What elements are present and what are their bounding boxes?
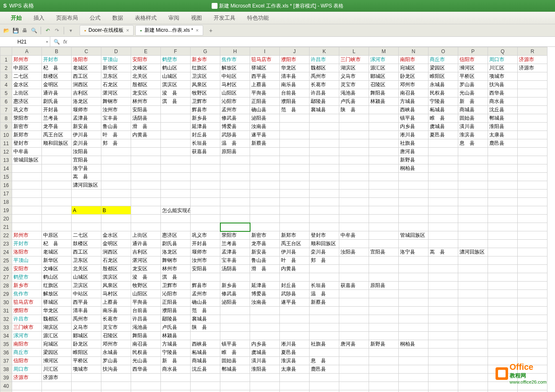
cell[interactable]: 永城县 bbox=[429, 81, 458, 89]
cell[interactable] bbox=[161, 390, 191, 392]
cell[interactable] bbox=[429, 374, 458, 382]
cell[interactable]: 通许县 bbox=[131, 240, 161, 248]
cell[interactable]: 修武县 bbox=[220, 114, 250, 123]
cell[interactable]: 遂平县 bbox=[280, 298, 310, 307]
cell[interactable]: 浉河区 bbox=[458, 64, 488, 72]
cell[interactable]: 林州市 bbox=[131, 97, 161, 106]
doc-tab[interactable]: ▪新建 Micro...作表.xls *× bbox=[135, 25, 203, 36]
cell[interactable] bbox=[191, 190, 220, 198]
cell[interactable] bbox=[399, 206, 429, 215]
cell[interactable] bbox=[488, 307, 518, 315]
cell[interactable] bbox=[310, 273, 339, 282]
cell[interactable] bbox=[399, 390, 429, 392]
row-header-40[interactable]: 40 bbox=[0, 382, 12, 390]
cell[interactable] bbox=[518, 89, 547, 97]
cell[interactable]: 鼓楼区 bbox=[42, 72, 72, 81]
cell[interactable]: 文峰区 bbox=[42, 265, 72, 273]
cell[interactable] bbox=[339, 298, 369, 307]
cell[interactable] bbox=[339, 181, 369, 190]
cell[interactable] bbox=[399, 215, 429, 223]
cell[interactable]: 襄城县 bbox=[310, 106, 339, 114]
cell[interactable] bbox=[369, 290, 399, 298]
cell[interactable] bbox=[518, 139, 547, 148]
cell[interactable]: 镇平县 bbox=[220, 340, 250, 348]
cell[interactable] bbox=[220, 215, 250, 223]
cell[interactable] bbox=[101, 198, 131, 206]
cell[interactable]: 平顶山 bbox=[12, 256, 42, 265]
cell[interactable]: 凤泉区 bbox=[101, 282, 131, 290]
doc-tab[interactable]: ▪Docer-在线模板× bbox=[80, 25, 134, 36]
cell[interactable] bbox=[161, 156, 191, 164]
cell[interactable]: 嵩 县 bbox=[429, 248, 458, 256]
cell[interactable]: 嵩 县 bbox=[72, 173, 101, 181]
cell[interactable] bbox=[220, 223, 250, 231]
cell[interactable] bbox=[191, 390, 220, 392]
cell[interactable] bbox=[369, 315, 399, 323]
row-header-31[interactable]: 31 bbox=[0, 307, 12, 315]
cell-B-marker[interactable]: B bbox=[101, 206, 131, 215]
cell[interactable]: 驻马店市 bbox=[12, 298, 42, 307]
cell[interactable] bbox=[250, 164, 280, 173]
question-cell[interactable]: 怎么能实现在B处输入任意一个地市，在A处自动显示出这个地市属于哪个市？ bbox=[161, 206, 191, 215]
close-icon[interactable]: × bbox=[196, 28, 199, 33]
cell[interactable]: 川汇区 bbox=[42, 365, 72, 374]
cell[interactable]: 孟州市 bbox=[220, 106, 250, 114]
cell[interactable]: 堰师市 bbox=[72, 106, 101, 114]
cell[interactable]: 平顶山 bbox=[101, 56, 131, 64]
cell[interactable]: 牧野区 bbox=[191, 89, 220, 97]
cell[interactable] bbox=[42, 382, 72, 390]
cell[interactable]: 卫东区 bbox=[101, 72, 131, 81]
cell[interactable] bbox=[369, 173, 399, 181]
cell[interactable]: 新乡市 bbox=[12, 282, 42, 290]
cell[interactable]: 宝丰县 bbox=[101, 114, 131, 123]
cell[interactable]: 唐河县 bbox=[339, 340, 369, 348]
cell[interactable]: 扶沟县 bbox=[101, 365, 131, 374]
cell[interactable] bbox=[310, 206, 339, 215]
cell[interactable]: 汤阴县 bbox=[131, 114, 161, 123]
cell[interactable] bbox=[518, 307, 547, 315]
cell[interactable]: 龙亭县 bbox=[250, 240, 280, 248]
cell[interactable] bbox=[280, 332, 310, 340]
cell[interactable] bbox=[488, 265, 518, 273]
cell[interactable] bbox=[488, 273, 518, 282]
cell[interactable] bbox=[518, 114, 547, 123]
cell[interactable] bbox=[429, 298, 458, 307]
cell[interactable]: 睢 县 bbox=[220, 348, 250, 357]
cell[interactable] bbox=[310, 323, 339, 332]
cell[interactable]: 宁陵县 bbox=[429, 97, 458, 106]
cell[interactable] bbox=[339, 198, 369, 206]
cell[interactable] bbox=[280, 307, 310, 315]
cell[interactable]: 南阳市 bbox=[12, 340, 42, 348]
cell[interactable] bbox=[429, 206, 458, 215]
cell[interactable]: 滑 县 bbox=[131, 123, 161, 131]
cell[interactable] bbox=[310, 148, 339, 156]
menu-特色功能[interactable]: 特色功能 bbox=[241, 12, 275, 24]
cell[interactable]: 渑池县 bbox=[339, 89, 369, 97]
cell[interactable] bbox=[42, 148, 72, 156]
cell[interactable] bbox=[191, 206, 220, 215]
cell[interactable]: 沈丘县 bbox=[191, 365, 220, 374]
cell[interactable] bbox=[191, 374, 220, 382]
cell[interactable] bbox=[518, 290, 547, 298]
cell[interactable]: 源汇区 bbox=[42, 332, 72, 340]
cell[interactable] bbox=[429, 340, 458, 348]
cell[interactable]: 淮滨县 bbox=[280, 357, 310, 365]
cell[interactable] bbox=[101, 223, 131, 231]
cell[interactable] bbox=[458, 282, 488, 290]
cell[interactable] bbox=[458, 290, 488, 298]
preview-icon[interactable]: 🔍 bbox=[30, 27, 38, 34]
cell[interactable]: 安阳市 bbox=[131, 56, 161, 64]
cell[interactable] bbox=[310, 348, 339, 357]
cell[interactable] bbox=[280, 148, 310, 156]
cell[interactable]: 汝州市 bbox=[191, 256, 220, 265]
cell[interactable] bbox=[399, 256, 429, 265]
cell[interactable] bbox=[399, 307, 429, 315]
cell[interactable]: 正阳县 bbox=[250, 97, 280, 106]
row-header-5[interactable]: 5 bbox=[0, 89, 12, 97]
cell[interactable]: 龙安区 bbox=[131, 89, 161, 97]
cell[interactable] bbox=[488, 348, 518, 357]
cell[interactable] bbox=[429, 148, 458, 156]
cell[interactable]: 镇平县 bbox=[399, 114, 429, 123]
cell[interactable] bbox=[488, 256, 518, 265]
menu-开始[interactable]: 开始 bbox=[5, 12, 28, 24]
